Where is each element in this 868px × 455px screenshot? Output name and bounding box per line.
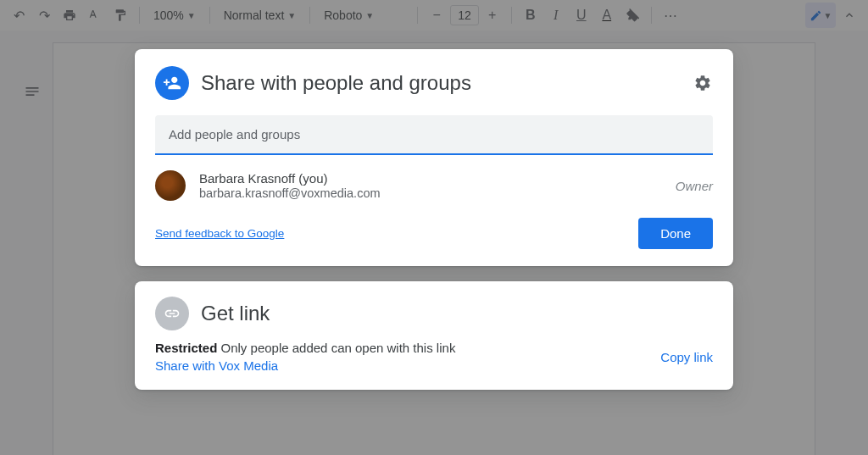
gear-icon[interactable] xyxy=(693,73,713,93)
person-name: Barbara Krasnoff (you) xyxy=(199,171,662,186)
person-role: Owner xyxy=(676,179,713,193)
modal-overlay: Share with people and groups Add people … xyxy=(0,0,868,455)
share-with-org[interactable]: Share with Vox Media xyxy=(155,358,660,373)
avatar xyxy=(155,170,186,201)
person-email: barbara.krasnoff@voxmedia.com xyxy=(199,186,662,200)
share-people-icon xyxy=(155,66,189,100)
link-info: Restricted Only people added can open wi… xyxy=(155,341,660,373)
link-title: Get link xyxy=(201,302,713,325)
person-info: Barbara Krasnoff (you) barbara.krasnoff@… xyxy=(199,171,662,200)
get-link-card: Get link Restricted Only people added ca… xyxy=(135,281,733,390)
share-header: Share with people and groups xyxy=(155,66,713,100)
add-people-input[interactable]: Add people and groups xyxy=(155,115,713,155)
share-footer: Send feedback to Google Done xyxy=(155,218,713,249)
person-row: Barbara Krasnoff (you) barbara.krasnoff@… xyxy=(155,170,713,201)
copy-link-button[interactable]: Copy link xyxy=(660,350,713,364)
link-row: Restricted Only people added can open wi… xyxy=(155,341,713,373)
link-header: Get link xyxy=(155,297,713,330)
done-button[interactable]: Done xyxy=(638,218,713,249)
link-icon xyxy=(155,297,189,330)
feedback-link[interactable]: Send feedback to Google xyxy=(155,227,284,240)
share-title: Share with people and groups xyxy=(201,71,681,95)
share-card: Share with people and groups Add people … xyxy=(135,49,733,266)
link-restricted: Restricted Only people added can open wi… xyxy=(155,341,660,355)
